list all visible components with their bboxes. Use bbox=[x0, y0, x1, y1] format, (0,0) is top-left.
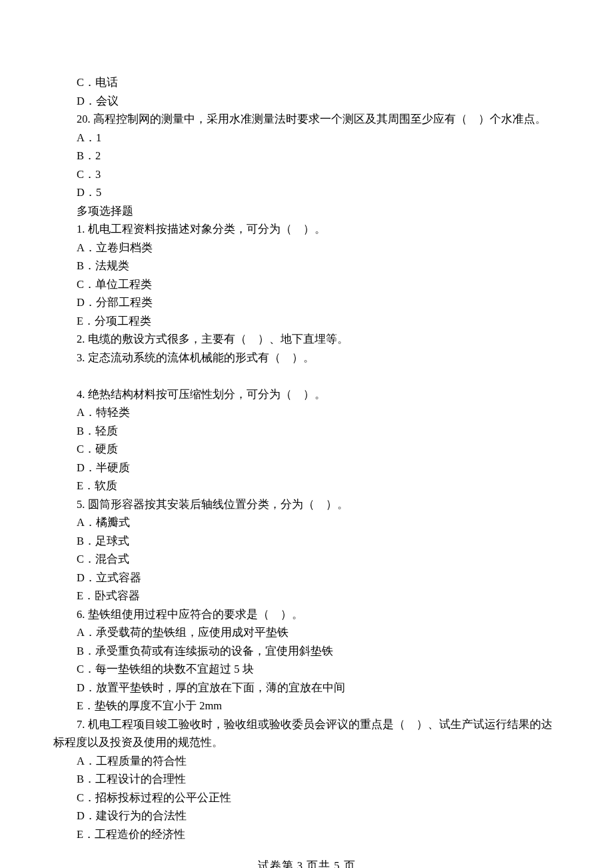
option-text: A．1 bbox=[53, 129, 560, 147]
option-text: B．足球式 bbox=[53, 532, 560, 551]
question-text: 20. 高程控制网的测量中，采用水准测量法时要求一个测区及其周围至少应有（ ）个… bbox=[53, 110, 560, 129]
option-text: B．轻质 bbox=[53, 422, 560, 441]
option-text: C．混合式 bbox=[53, 550, 560, 569]
option-text: A．特轻类 bbox=[53, 403, 560, 422]
option-text: C．电话 bbox=[53, 73, 560, 92]
question-text: 4. 绝热结构材料按可压缩性划分，可分为（ ）。 bbox=[53, 385, 560, 404]
page-footer: 试卷第 3 页共 5 页 bbox=[53, 843, 560, 868]
page-content: C．电话 D．会议 20. 高程控制网的测量中，采用水准测量法时要求一个测区及其… bbox=[0, 0, 613, 868]
question-text: 5. 圆筒形容器按其安装后轴线位置分类，分为（ ）。 bbox=[53, 495, 560, 514]
option-text: C．每一垫铁组的块数不宜超过 5 块 bbox=[53, 660, 560, 679]
option-text: D．5 bbox=[53, 183, 560, 202]
section-heading: 多项选择题 bbox=[53, 202, 560, 221]
option-text: C．单位工程类 bbox=[53, 275, 560, 294]
question-text: 7. 机电工程项目竣工验收时，验收组或验收委员会评议的重点是（ ）、试生产试运行… bbox=[53, 715, 560, 752]
option-text: E．工程造价的经济性 bbox=[53, 825, 560, 844]
option-text: D．分部工程类 bbox=[53, 293, 560, 312]
option-text: D．半硬质 bbox=[53, 459, 560, 477]
option-text: D．立式容器 bbox=[53, 569, 560, 587]
option-text: D．建设行为的合法性 bbox=[53, 807, 560, 825]
option-text: B．工程设计的合理性 bbox=[53, 770, 560, 789]
option-text: E．垫铁的厚度不宜小于 2mm bbox=[53, 697, 560, 715]
option-text: D．放置平垫铁时，厚的宜放在下面，薄的宜放在中间 bbox=[53, 679, 560, 697]
question-text: 1. 机电工程资料按描述对象分类，可分为（ ）。 bbox=[53, 220, 560, 239]
option-text: E．分项工程类 bbox=[53, 312, 560, 331]
option-text: E．卧式容器 bbox=[53, 587, 560, 605]
option-text: D．会议 bbox=[53, 92, 560, 111]
option-text: A．橘瓣式 bbox=[53, 513, 560, 532]
option-text: C．硬质 bbox=[53, 440, 560, 459]
option-text: A．立卷归档类 bbox=[53, 239, 560, 257]
option-text: C．3 bbox=[53, 165, 560, 184]
option-text: A．工程质量的符合性 bbox=[53, 752, 560, 771]
question-text: 2. 电缆的敷设方式很多，主要有（ ）、地下直埋等。 bbox=[53, 330, 560, 349]
option-text: B．2 bbox=[53, 147, 560, 165]
option-text: B．法规类 bbox=[53, 257, 560, 275]
option-text: B．承受重负荷或有连续振动的设备，宜使用斜垫铁 bbox=[53, 642, 560, 661]
option-text: E．软质 bbox=[53, 477, 560, 495]
question-text: 6. 垫铁组使用过程中应符合的要求是（ ）。 bbox=[53, 605, 560, 624]
blank-line bbox=[53, 367, 560, 385]
option-text: C．招标投标过程的公平公正性 bbox=[53, 789, 560, 807]
question-text: 3. 定态流动系统的流体机械能的形式有（ ）。 bbox=[53, 349, 560, 367]
option-text: A．承受载荷的垫铁组，应使用成对平垫铁 bbox=[53, 623, 560, 642]
